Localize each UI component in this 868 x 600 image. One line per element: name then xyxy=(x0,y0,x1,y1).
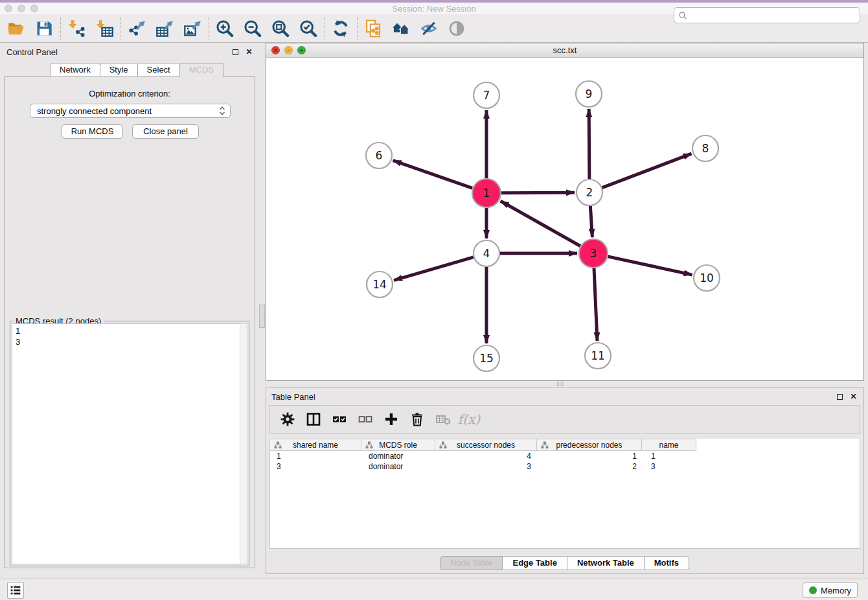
graph-node-9[interactable]: 9 xyxy=(576,81,602,107)
control-panel-tabs: NetworkStyleSelectMCDS xyxy=(51,63,223,77)
table-panel-tabs: Node TableEdge TableNetwork TableMotifs xyxy=(266,556,863,570)
tab-select[interactable]: Select xyxy=(137,63,180,77)
column-header-shared-name[interactable]: shared name xyxy=(269,439,361,451)
column-attr-icon xyxy=(439,441,447,451)
float-panel-icon[interactable] xyxy=(231,47,240,57)
export-image-icon[interactable] xyxy=(183,19,202,38)
graph-node-6[interactable]: 6 xyxy=(366,143,392,168)
search-input[interactable] xyxy=(687,11,860,20)
refresh-layout-icon[interactable] xyxy=(331,19,350,38)
svg-text:7: 7 xyxy=(483,89,490,102)
node-table-header: shared nameMCDS rolesuccessor nodesprede… xyxy=(270,439,860,451)
edge-3-11[interactable] xyxy=(594,268,597,341)
mcds-tab-content: Optimization criterion: strongly connect… xyxy=(4,76,255,568)
column-header-MCDS-role[interactable]: MCDS role xyxy=(361,439,435,451)
settings-gear-icon[interactable] xyxy=(279,411,296,428)
run-mcds-button[interactable]: Run MCDS xyxy=(62,124,123,139)
column-header-label: name xyxy=(659,441,678,450)
edge-3-10[interactable] xyxy=(608,257,692,275)
open-session-icon[interactable] xyxy=(6,19,26,38)
zoom-out-icon[interactable] xyxy=(243,19,262,38)
export-table-icon[interactable] xyxy=(155,19,174,38)
hide-panel-icon[interactable] xyxy=(419,19,439,38)
close-table-panel-icon[interactable]: ✕ xyxy=(849,392,858,402)
network-minimize-button[interactable]: − xyxy=(284,46,293,54)
task-history-button[interactable] xyxy=(7,582,24,599)
network-graph: 7968124314101511 xyxy=(266,58,863,380)
edge-2-9[interactable] xyxy=(589,109,589,179)
home-icon[interactable] xyxy=(391,19,411,38)
add-column-icon[interactable] xyxy=(383,411,400,428)
status-bar: Memory xyxy=(0,579,868,600)
network-view-window: ✕ − + scc.txt 7968124314101511 xyxy=(266,43,864,381)
column-header-predecessor-nodes[interactable]: predecessor nodes xyxy=(536,439,642,451)
select-all-columns-icon[interactable] xyxy=(331,411,348,428)
graph-node-10[interactable]: 10 xyxy=(694,265,720,291)
horizontal-splitter-handle[interactable] xyxy=(557,382,564,386)
svg-text:2: 2 xyxy=(586,186,593,199)
table-row[interactable]: 3dominator323 xyxy=(270,461,860,472)
split-panel-icon[interactable] xyxy=(305,411,322,428)
close-panel-icon[interactable]: ✕ xyxy=(244,47,254,57)
clone-network-icon[interactable] xyxy=(363,19,383,38)
edge-1-6[interactable] xyxy=(393,161,473,189)
network-maximize-button[interactable]: + xyxy=(297,46,306,54)
column-header-successor-nodes[interactable]: successor nodes xyxy=(435,439,537,451)
graph-node-1[interactable]: 1 xyxy=(472,179,501,207)
export-network-icon[interactable] xyxy=(127,19,146,38)
graph-node-14[interactable]: 14 xyxy=(367,271,393,297)
optimization-criterion-label: Optimization criterion: xyxy=(5,89,255,98)
float-table-panel-icon[interactable] xyxy=(835,392,845,402)
unselect-all-columns-icon[interactable] xyxy=(357,411,374,428)
search-box[interactable] xyxy=(674,7,860,23)
tab-node-table[interactable]: Node Table xyxy=(440,556,503,570)
edge-2-8[interactable] xyxy=(602,154,692,187)
svg-text:10: 10 xyxy=(700,271,714,284)
edge-1-2[interactable] xyxy=(501,192,575,193)
network-window-titlebar: ✕ − + scc.txt xyxy=(266,43,863,58)
edge-2-3[interactable] xyxy=(590,206,592,237)
tab-motifs[interactable]: Motifs xyxy=(644,556,689,570)
column-header-name[interactable]: name xyxy=(641,439,696,451)
save-session-icon[interactable] xyxy=(34,19,54,38)
table-cell: 1 xyxy=(539,451,645,461)
result-scrollbar[interactable] xyxy=(240,323,247,564)
graph-node-15[interactable]: 15 xyxy=(474,345,499,371)
optimization-criterion-select[interactable]: strongly connected component xyxy=(30,104,231,118)
delete-column-icon[interactable] xyxy=(409,411,426,428)
network-close-button[interactable]: ✕ xyxy=(271,46,280,54)
tab-style[interactable]: Style xyxy=(100,63,138,77)
zoom-selected-icon[interactable] xyxy=(299,19,318,38)
tab-edge-table[interactable]: Edge Table xyxy=(502,556,567,570)
mcds-result-group: MCDS result (2 nodes) 1 3 xyxy=(10,321,249,566)
show-panel-icon[interactable] xyxy=(447,19,466,38)
vertical-splitter-handle[interactable] xyxy=(259,305,265,328)
tab-network-table[interactable]: Network Table xyxy=(567,556,645,570)
graph-node-11[interactable]: 11 xyxy=(585,343,611,369)
column-header-label: predecessor nodes xyxy=(556,441,622,450)
close-panel-button[interactable]: Close panel xyxy=(132,124,199,139)
svg-text:14: 14 xyxy=(372,278,387,291)
mcds-result-list[interactable]: 1 3 xyxy=(12,323,240,564)
network-canvas[interactable]: 7968124314101511 xyxy=(266,58,863,380)
graph-node-3[interactable]: 3 xyxy=(579,239,608,268)
graph-node-8[interactable]: 8 xyxy=(692,135,718,161)
column-attr-icon xyxy=(274,441,282,451)
zoom-in-icon[interactable] xyxy=(215,19,234,38)
column-attr-icon xyxy=(541,441,549,451)
memory-button[interactable]: Memory xyxy=(803,583,858,598)
graph-node-2[interactable]: 2 xyxy=(577,179,602,205)
list-icon xyxy=(8,583,23,597)
table-row[interactable]: 1dominator411 xyxy=(270,451,860,461)
zoom-fit-icon[interactable] xyxy=(271,19,290,38)
import-table-icon[interactable] xyxy=(95,19,114,38)
edge-3-1[interactable] xyxy=(501,201,580,246)
tab-mcds[interactable]: MCDS xyxy=(179,63,223,77)
graph-node-7[interactable]: 7 xyxy=(474,82,499,108)
graph-node-4[interactable]: 4 xyxy=(474,240,499,266)
svg-text:15: 15 xyxy=(479,352,494,365)
tab-network[interactable]: Network xyxy=(50,63,100,77)
import-network-icon[interactable] xyxy=(67,19,86,38)
edge-4-14[interactable] xyxy=(394,257,474,281)
table-cell: 3 xyxy=(645,461,700,472)
